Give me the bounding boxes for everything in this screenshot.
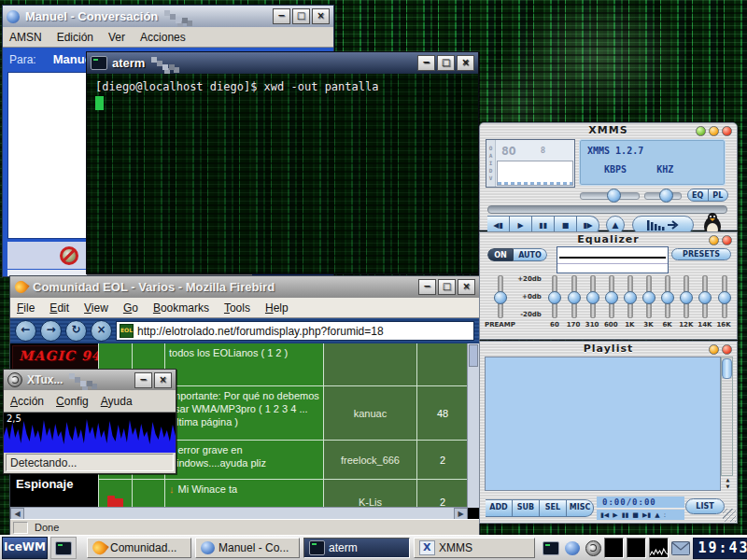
net-monitor-applet[interactable] — [627, 538, 646, 558]
close-button[interactable] — [457, 55, 474, 71]
horizontal-scrollbar[interactable] — [10, 507, 468, 520]
close-button[interactable] — [722, 126, 732, 136]
menu-item[interactable]: View — [84, 301, 108, 315]
thread-author[interactable] — [324, 343, 417, 386]
menu-item[interactable]: Tools — [224, 301, 250, 315]
close-button[interactable] — [722, 235, 732, 245]
clutterbar-letter[interactable]: V — [489, 175, 493, 182]
cpu-monitor-applet[interactable] — [649, 538, 669, 558]
shade-button[interactable] — [696, 126, 706, 136]
scrollbar-thumb[interactable] — [722, 358, 732, 379]
shade-button[interactable] — [709, 344, 719, 355]
equalizer-titlebar[interactable]: Equalizer — [480, 232, 737, 246]
sidebar-forum-link[interactable]: Espionaje — [16, 477, 96, 491]
playlist-menu-button[interactable]: SUB — [513, 499, 540, 517]
close-button[interactable] — [154, 372, 172, 388]
slider-knob[interactable] — [718, 291, 731, 304]
slider-knob[interactable] — [494, 291, 507, 304]
seek-bar[interactable] — [487, 205, 727, 214]
balance-slider[interactable] — [580, 189, 640, 201]
clutterbar-letter[interactable]: A — [489, 152, 493, 160]
vertical-scrollbar[interactable] — [467, 343, 479, 508]
menu-item[interactable]: Bookmarks — [153, 301, 209, 315]
back-button[interactable] — [15, 320, 36, 342]
amsn-titlebar[interactable]: Manuel - Conversación — [3, 6, 333, 27]
scroll-up-arrow[interactable] — [723, 477, 733, 483]
task-button[interactable]: aterm — [303, 538, 410, 558]
xtux-titlebar[interactable]: XTux... — [4, 370, 176, 390]
slider-knob[interactable] — [568, 291, 581, 304]
slider-knob[interactable] — [586, 291, 599, 304]
scrollbar-thumb[interactable] — [469, 344, 478, 367]
menu-item[interactable]: Go — [123, 301, 138, 315]
reload-button[interactable] — [65, 320, 87, 342]
task-button[interactable]: Comunidad... — [87, 538, 191, 558]
maximize-button[interactable] — [437, 55, 455, 71]
mini-transport-button[interactable]: ■ — [632, 511, 639, 519]
mail-icon[interactable] — [671, 541, 690, 555]
slider-knob[interactable] — [548, 291, 561, 304]
close-button[interactable] — [312, 8, 330, 24]
list-button[interactable]: LIST — [685, 498, 725, 514]
url-input[interactable] — [137, 325, 471, 338]
thread-author[interactable]: kanuac — [324, 386, 417, 441]
maximize-button[interactable] — [438, 279, 456, 295]
amsn-tray-icon[interactable] — [565, 541, 580, 555]
clutterbar-letter[interactable]: D — [489, 167, 493, 175]
band-slider[interactable] — [548, 275, 560, 318]
close-button[interactable] — [722, 344, 732, 355]
slider-knob[interactable] — [680, 291, 693, 304]
menu-item[interactable]: Config — [56, 395, 89, 408]
workspace-applet[interactable] — [604, 538, 624, 558]
stop-button[interactable] — [91, 320, 112, 342]
slider-knob[interactable] — [607, 189, 621, 203]
playlist-entries[interactable] — [485, 357, 721, 491]
browser-titlebar[interactable]: Comunidad EOL - Varios - Mozilla Firebir… — [10, 276, 479, 298]
thread-title-link[interactable]: error grave en windows....ayuda pliz — [169, 444, 266, 469]
mini-transport-button[interactable]: : — [664, 511, 666, 519]
mini-transport-button[interactable]: ▮◀ — [600, 511, 609, 519]
xtux-tray-icon[interactable] — [585, 540, 601, 556]
slider-knob[interactable] — [698, 291, 712, 304]
band-slider[interactable] — [605, 275, 617, 318]
thread-author[interactable]: K-Lis — [324, 480, 417, 508]
slider-knob[interactable] — [605, 291, 618, 304]
slider-knob[interactable] — [642, 291, 655, 304]
thread-title-link[interactable]: todos los EOLianos ( 1 2 ) — [169, 347, 288, 358]
terminal-tray-icon[interactable] — [543, 541, 559, 555]
menu-item[interactable]: File — [17, 301, 35, 315]
clutterbar[interactable]: OAIDV — [486, 140, 496, 187]
close-button[interactable] — [458, 279, 475, 295]
shade-button[interactable] — [709, 235, 719, 245]
eq-auto-button[interactable]: AUTO — [514, 248, 547, 261]
time-display[interactable]: 8O 8 — [496, 140, 574, 161]
mini-transport-button[interactable]: ▶ — [613, 511, 617, 519]
playlist-menu-button[interactable]: SEL — [540, 499, 567, 517]
clutterbar-letter[interactable]: I — [489, 160, 493, 167]
task-button[interactable]: XMMS — [414, 538, 535, 558]
clutterbar-letter[interactable]: O — [489, 145, 493, 152]
band-slider[interactable] — [586, 275, 599, 318]
maximize-button[interactable] — [292, 8, 310, 24]
volume-slider[interactable] — [644, 189, 682, 201]
aterm-titlebar[interactable]: aterm — [87, 52, 478, 74]
equalizer-toggle-button[interactable]: EQ — [688, 191, 708, 200]
thread-author[interactable]: freelock_666 — [324, 441, 417, 480]
thread-title-link[interactable]: Mi Winace ta — [178, 483, 238, 495]
band-slider[interactable] — [568, 275, 580, 318]
band-slider[interactable] — [642, 275, 655, 318]
resize-grip[interactable] — [723, 509, 736, 522]
terminal-quicklaunch-button[interactable] — [50, 537, 77, 559]
menu-item[interactable]: Help — [265, 301, 289, 315]
slider-knob[interactable] — [661, 291, 674, 304]
terminal-content[interactable]: [diego@localhost diego]$ xwd -out pantal… — [87, 74, 478, 273]
slider-knob[interactable] — [624, 291, 637, 304]
playlist-toggle-button[interactable]: PL — [709, 191, 728, 200]
minimize-button[interactable] — [417, 55, 435, 71]
forward-button[interactable] — [40, 320, 62, 342]
band-slider[interactable] — [698, 275, 711, 318]
playlist-titlebar[interactable]: Playlist — [480, 342, 737, 356]
menu-item[interactable]: Ver — [108, 31, 125, 44]
eq-on-button[interactable]: ON — [487, 248, 514, 261]
band-slider[interactable] — [661, 275, 673, 318]
